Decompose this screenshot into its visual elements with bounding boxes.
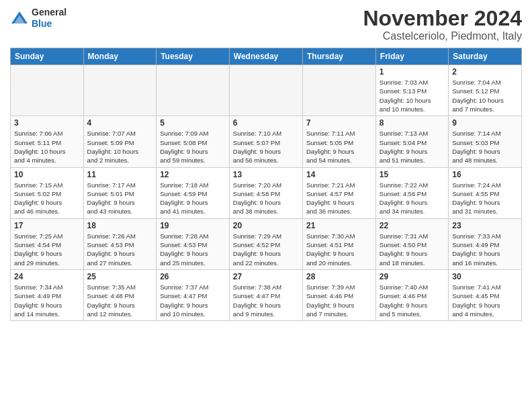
calendar-cell: 6Sunrise: 7:10 AM Sunset: 5:07 PM Daylig… bbox=[229, 116, 302, 167]
calendar-cell: 8Sunrise: 7:13 AM Sunset: 5:04 PM Daylig… bbox=[375, 116, 448, 167]
calendar-cell: 12Sunrise: 7:18 AM Sunset: 4:59 PM Dayli… bbox=[157, 167, 230, 218]
day-number: 19 bbox=[160, 221, 226, 230]
day-number: 6 bbox=[233, 118, 299, 128]
day-number: 23 bbox=[452, 221, 518, 230]
day-info: Sunrise: 7:28 AM Sunset: 4:53 PM Dayligh… bbox=[160, 232, 226, 267]
day-info: Sunrise: 7:30 AM Sunset: 4:51 PM Dayligh… bbox=[306, 232, 372, 267]
calendar-week-2: 3Sunrise: 7:06 AM Sunset: 5:11 PM Daylig… bbox=[11, 116, 522, 167]
calendar-cell: 22Sunrise: 7:31 AM Sunset: 4:50 PM Dayli… bbox=[375, 218, 448, 269]
day-info: Sunrise: 7:14 AM Sunset: 5:03 PM Dayligh… bbox=[452, 129, 518, 165]
day-number: 2 bbox=[452, 67, 518, 77]
calendar-header: SundayMondayTuesdayWednesdayThursdayFrid… bbox=[11, 48, 522, 65]
day-number: 25 bbox=[87, 272, 153, 281]
header: General Blue November 2024 Castelceriolo… bbox=[10, 7, 522, 42]
month-title: November 2024 bbox=[363, 7, 522, 30]
calendar-cell: 25Sunrise: 7:35 AM Sunset: 4:48 PM Dayli… bbox=[83, 269, 157, 320]
day-info: Sunrise: 7:40 AM Sunset: 4:46 PM Dayligh… bbox=[380, 283, 445, 318]
day-info: Sunrise: 7:25 AM Sunset: 4:54 PM Dayligh… bbox=[14, 232, 80, 267]
day-info: Sunrise: 7:13 AM Sunset: 5:04 PM Dayligh… bbox=[380, 129, 445, 165]
day-info: Sunrise: 7:04 AM Sunset: 5:12 PM Dayligh… bbox=[452, 78, 518, 113]
calendar-cell: 27Sunrise: 7:38 AM Sunset: 4:47 PM Dayli… bbox=[229, 269, 302, 320]
day-number: 5 bbox=[160, 118, 226, 128]
day-info: Sunrise: 7:37 AM Sunset: 4:47 PM Dayligh… bbox=[160, 283, 226, 318]
weekday-tuesday: Tuesday bbox=[157, 48, 230, 65]
day-info: Sunrise: 7:29 AM Sunset: 4:52 PM Dayligh… bbox=[233, 232, 299, 267]
calendar-cell: 15Sunrise: 7:22 AM Sunset: 4:56 PM Dayli… bbox=[375, 167, 448, 218]
day-info: Sunrise: 7:33 AM Sunset: 4:49 PM Dayligh… bbox=[452, 232, 518, 267]
day-info: Sunrise: 7:06 AM Sunset: 5:11 PM Dayligh… bbox=[14, 129, 80, 165]
calendar-cell: 28Sunrise: 7:39 AM Sunset: 4:46 PM Dayli… bbox=[303, 269, 376, 320]
calendar-cell: 9Sunrise: 7:14 AM Sunset: 5:03 PM Daylig… bbox=[449, 116, 522, 167]
day-info: Sunrise: 7:11 AM Sunset: 5:05 PM Dayligh… bbox=[306, 129, 372, 165]
day-info: Sunrise: 7:34 AM Sunset: 4:49 PM Dayligh… bbox=[14, 283, 80, 318]
calendar-cell: 5Sunrise: 7:09 AM Sunset: 5:08 PM Daylig… bbox=[157, 116, 230, 167]
day-info: Sunrise: 7:41 AM Sunset: 4:45 PM Dayligh… bbox=[452, 283, 518, 318]
calendar-cell: 14Sunrise: 7:21 AM Sunset: 4:57 PM Dayli… bbox=[303, 167, 376, 218]
day-number: 16 bbox=[452, 170, 518, 179]
calendar-cell: 29Sunrise: 7:40 AM Sunset: 4:46 PM Dayli… bbox=[375, 269, 448, 320]
day-info: Sunrise: 7:31 AM Sunset: 4:50 PM Dayligh… bbox=[380, 232, 445, 267]
day-number: 29 bbox=[380, 272, 445, 281]
day-number: 9 bbox=[452, 118, 518, 128]
calendar-cell: 18Sunrise: 7:26 AM Sunset: 4:53 PM Dayli… bbox=[83, 218, 157, 269]
logo-text: General Blue bbox=[32, 7, 66, 30]
day-info: Sunrise: 7:26 AM Sunset: 4:53 PM Dayligh… bbox=[87, 232, 153, 267]
day-number: 8 bbox=[380, 118, 445, 128]
day-number: 13 bbox=[233, 170, 299, 179]
day-info: Sunrise: 7:15 AM Sunset: 5:02 PM Dayligh… bbox=[14, 181, 80, 216]
calendar-cell: 30Sunrise: 7:41 AM Sunset: 4:45 PM Dayli… bbox=[449, 269, 522, 320]
calendar-cell bbox=[303, 65, 376, 116]
day-number: 10 bbox=[14, 170, 80, 179]
day-number: 11 bbox=[87, 170, 153, 179]
day-number: 27 bbox=[233, 272, 299, 281]
day-number: 4 bbox=[87, 118, 153, 128]
logo: General Blue bbox=[10, 7, 66, 30]
calendar-cell: 17Sunrise: 7:25 AM Sunset: 4:54 PM Dayli… bbox=[11, 218, 84, 269]
day-number: 20 bbox=[233, 221, 299, 230]
day-number: 28 bbox=[306, 272, 372, 281]
weekday-monday: Monday bbox=[83, 48, 157, 65]
calendar-cell: 21Sunrise: 7:30 AM Sunset: 4:51 PM Dayli… bbox=[303, 218, 376, 269]
calendar-cell bbox=[11, 65, 84, 116]
calendar-cell: 11Sunrise: 7:17 AM Sunset: 5:01 PM Dayli… bbox=[83, 167, 157, 218]
day-info: Sunrise: 7:10 AM Sunset: 5:07 PM Dayligh… bbox=[233, 129, 299, 165]
calendar-week-3: 10Sunrise: 7:15 AM Sunset: 5:02 PM Dayli… bbox=[11, 167, 522, 218]
day-number: 1 bbox=[380, 67, 445, 77]
title-area: November 2024 Castelceriolo, Piedmont, I… bbox=[363, 7, 522, 42]
day-number: 18 bbox=[87, 221, 153, 230]
calendar-cell: 23Sunrise: 7:33 AM Sunset: 4:49 PM Dayli… bbox=[449, 218, 522, 269]
calendar-cell: 24Sunrise: 7:34 AM Sunset: 4:49 PM Dayli… bbox=[11, 269, 84, 320]
calendar: SundayMondayTuesdayWednesdayThursdayFrid… bbox=[10, 48, 522, 321]
calendar-cell bbox=[83, 65, 157, 116]
day-number: 30 bbox=[452, 272, 518, 281]
day-info: Sunrise: 7:17 AM Sunset: 5:01 PM Dayligh… bbox=[87, 181, 153, 216]
calendar-cell: 4Sunrise: 7:07 AM Sunset: 5:09 PM Daylig… bbox=[83, 116, 157, 167]
day-info: Sunrise: 7:35 AM Sunset: 4:48 PM Dayligh… bbox=[87, 283, 153, 318]
day-info: Sunrise: 7:20 AM Sunset: 4:58 PM Dayligh… bbox=[233, 181, 299, 216]
day-number: 12 bbox=[160, 170, 226, 179]
day-info: Sunrise: 7:18 AM Sunset: 4:59 PM Dayligh… bbox=[160, 181, 226, 216]
weekday-header-row: SundayMondayTuesdayWednesdayThursdayFrid… bbox=[11, 48, 522, 65]
weekday-sunday: Sunday bbox=[11, 48, 84, 65]
day-number: 17 bbox=[14, 221, 80, 230]
calendar-cell bbox=[229, 65, 302, 116]
calendar-cell: 26Sunrise: 7:37 AM Sunset: 4:47 PM Dayli… bbox=[157, 269, 230, 320]
location-title: Castelceriolo, Piedmont, Italy bbox=[363, 30, 522, 42]
calendar-cell: 7Sunrise: 7:11 AM Sunset: 5:05 PM Daylig… bbox=[303, 116, 376, 167]
day-info: Sunrise: 7:24 AM Sunset: 4:55 PM Dayligh… bbox=[452, 181, 518, 216]
day-info: Sunrise: 7:09 AM Sunset: 5:08 PM Dayligh… bbox=[160, 129, 226, 165]
calendar-cell: 10Sunrise: 7:15 AM Sunset: 5:02 PM Dayli… bbox=[11, 167, 84, 218]
day-number: 15 bbox=[380, 170, 445, 179]
calendar-cell: 3Sunrise: 7:06 AM Sunset: 5:11 PM Daylig… bbox=[11, 116, 84, 167]
calendar-body: 1Sunrise: 7:03 AM Sunset: 5:13 PM Daylig… bbox=[11, 65, 522, 321]
calendar-week-5: 24Sunrise: 7:34 AM Sunset: 4:49 PM Dayli… bbox=[11, 269, 522, 320]
weekday-thursday: Thursday bbox=[303, 48, 376, 65]
day-info: Sunrise: 7:21 AM Sunset: 4:57 PM Dayligh… bbox=[306, 181, 372, 216]
day-number: 3 bbox=[14, 118, 80, 128]
calendar-cell bbox=[157, 65, 230, 116]
calendar-cell: 19Sunrise: 7:28 AM Sunset: 4:53 PM Dayli… bbox=[157, 218, 230, 269]
day-number: 22 bbox=[380, 221, 445, 230]
calendar-week-1: 1Sunrise: 7:03 AM Sunset: 5:13 PM Daylig… bbox=[11, 65, 522, 116]
calendar-cell: 16Sunrise: 7:24 AM Sunset: 4:55 PM Dayli… bbox=[449, 167, 522, 218]
calendar-cell: 13Sunrise: 7:20 AM Sunset: 4:58 PM Dayli… bbox=[229, 167, 302, 218]
